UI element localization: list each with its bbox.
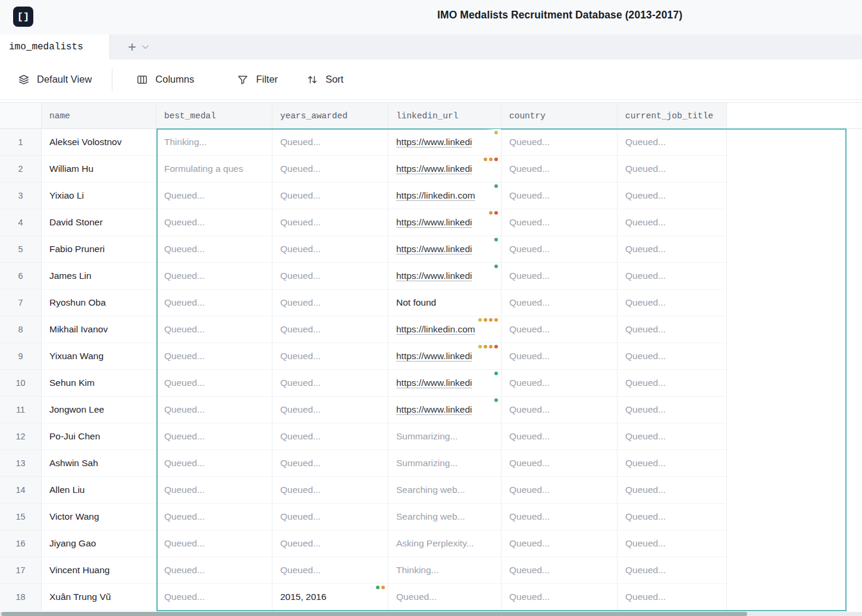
cell-linkedin_url[interactable]: https://www.linkedi: [388, 236, 501, 263]
cell-name[interactable]: Vincent Huang: [42, 557, 156, 584]
cell-best_medal[interactable]: Queued...: [156, 209, 272, 236]
cell-name[interactable]: Sehun Kim: [42, 370, 156, 397]
cell-country[interactable]: Queued...: [501, 477, 617, 504]
cell-current_job_title[interactable]: Queued...: [617, 316, 727, 343]
row-number[interactable]: 8: [0, 316, 42, 343]
cell-years_awarded[interactable]: Queued...: [272, 209, 388, 236]
cell-best_medal[interactable]: Queued...: [156, 183, 272, 209]
cell-years_awarded[interactable]: 2015, 2016: [272, 584, 388, 611]
cell-name[interactable]: Allen Liu: [42, 477, 156, 504]
column-header-years_awarded[interactable]: years_awarded: [272, 103, 388, 128]
cell-linkedin_url[interactable]: https://www.linkedi: [388, 129, 501, 156]
cell-current_job_title[interactable]: Queued...: [617, 129, 727, 156]
cell-current_job_title[interactable]: Queued...: [617, 397, 727, 423]
cell-country[interactable]: Queued...: [501, 236, 617, 263]
cell-best_medal[interactable]: Queued...: [156, 504, 272, 530]
cell-country[interactable]: Queued...: [501, 530, 617, 557]
linkedin-link[interactable]: https://www.linkedi: [396, 244, 472, 254]
cell-country[interactable]: Queued...: [501, 209, 617, 236]
cell-best_medal[interactable]: Queued...: [156, 397, 272, 423]
cell-years_awarded[interactable]: Queued...: [272, 236, 388, 263]
cell-current_job_title[interactable]: Queued...: [617, 477, 727, 504]
cell-name[interactable]: Jongwon Lee: [42, 397, 156, 423]
cell-linkedin_url[interactable]: Summarizing...: [388, 423, 501, 450]
cell-best_medal[interactable]: Thinking...: [156, 129, 272, 156]
linkedin-link[interactable]: https://linkedin.com: [396, 190, 475, 201]
cell-linkedin_url[interactable]: https://www.linkedi: [388, 397, 501, 423]
column-header-best_medal[interactable]: best_medal: [156, 103, 272, 128]
cell-best_medal[interactable]: Queued...: [156, 477, 272, 504]
chevron-down-icon[interactable]: [142, 34, 149, 59]
cell-years_awarded[interactable]: Queued...: [272, 290, 388, 316]
row-number[interactable]: 10: [0, 370, 42, 397]
add-tab-button[interactable]: +: [128, 34, 136, 59]
cell-years_awarded[interactable]: Queued...: [272, 423, 388, 450]
cell-name[interactable]: Ryoshun Oba: [42, 290, 156, 316]
cell-best_medal[interactable]: Queued...: [156, 557, 272, 584]
cell-current_job_title[interactable]: Queued...: [617, 156, 727, 183]
linkedin-link[interactable]: https://www.linkedi: [396, 164, 472, 174]
linkedin-link[interactable]: https://www.linkedi: [396, 271, 472, 281]
cell-years_awarded[interactable]: Queued...: [272, 504, 388, 530]
cell-name[interactable]: Po-Jui Chen: [42, 423, 156, 450]
column-header-current_job_title[interactable]: current_job_title: [617, 103, 727, 128]
cell-country[interactable]: Queued...: [501, 129, 617, 156]
cell-linkedin_url[interactable]: Searching web...: [388, 477, 501, 504]
cell-linkedin_url[interactable]: Not found: [388, 290, 501, 316]
cell-years_awarded[interactable]: Queued...: [272, 129, 388, 156]
horizontal-scrollbar[interactable]: [0, 612, 862, 616]
linkedin-link[interactable]: https://www.linkedi: [396, 404, 472, 415]
cell-linkedin_url[interactable]: Asking Perplexity...: [388, 530, 501, 557]
cell-linkedin_url[interactable]: https://www.linkedi: [388, 370, 501, 397]
cell-name[interactable]: James Lin: [42, 263, 156, 290]
cell-current_job_title[interactable]: Queued...: [617, 450, 727, 477]
cell-best_medal[interactable]: Queued...: [156, 343, 272, 370]
cell-best_medal[interactable]: Queued...: [156, 290, 272, 316]
linkedin-link[interactable]: https://www.linkedi: [396, 378, 472, 388]
cell-country[interactable]: Queued...: [501, 290, 617, 316]
cell-country[interactable]: Queued...: [501, 263, 617, 290]
cell-current_job_title[interactable]: Queued...: [617, 370, 727, 397]
scrollbar-thumb[interactable]: [1, 612, 747, 616]
tab-imo-medalists[interactable]: imo_medalists: [0, 34, 110, 59]
cell-current_job_title[interactable]: Queued...: [617, 263, 727, 290]
cell-country[interactable]: Queued...: [501, 316, 617, 343]
cell-country[interactable]: Queued...: [501, 183, 617, 209]
cell-current_job_title[interactable]: Queued...: [617, 530, 727, 557]
cell-name[interactable]: Yixiao Li: [42, 183, 156, 209]
sort-button[interactable]: Sort: [306, 74, 343, 86]
row-number[interactable]: 1: [0, 129, 42, 156]
row-number[interactable]: 13: [0, 450, 42, 477]
linkedin-link[interactable]: https://www.linkedi: [396, 137, 472, 147]
cell-current_job_title[interactable]: Queued...: [617, 290, 727, 316]
cell-name[interactable]: Aleksei Volostnov: [42, 129, 156, 156]
row-number[interactable]: 17: [0, 557, 42, 584]
cell-country[interactable]: Queued...: [501, 397, 617, 423]
cell-linkedin_url[interactable]: https://linkedin.com: [388, 183, 501, 209]
cell-years_awarded[interactable]: Queued...: [272, 183, 388, 209]
cell-best_medal[interactable]: Queued...: [156, 530, 272, 557]
cell-current_job_title[interactable]: Queued...: [617, 584, 727, 611]
cell-country[interactable]: Queued...: [501, 584, 617, 611]
cell-best_medal[interactable]: Queued...: [156, 236, 272, 263]
column-header-name[interactable]: name: [42, 103, 156, 128]
column-header-country[interactable]: country: [501, 103, 617, 128]
row-number[interactable]: 6: [0, 263, 42, 290]
cell-country[interactable]: Queued...: [501, 450, 617, 477]
row-number[interactable]: 5: [0, 236, 42, 263]
cell-years_awarded[interactable]: Queued...: [272, 263, 388, 290]
cell-name[interactable]: Xuân Trung Vũ: [42, 584, 156, 611]
row-number[interactable]: 12: [0, 423, 42, 450]
row-number[interactable]: 18: [0, 584, 42, 611]
row-number[interactable]: 9: [0, 343, 42, 370]
cell-current_job_title[interactable]: Queued...: [617, 183, 727, 209]
cell-current_job_title[interactable]: Queued...: [617, 423, 727, 450]
cell-country[interactable]: Queued...: [501, 423, 617, 450]
row-number[interactable]: 2: [0, 156, 42, 183]
cell-years_awarded[interactable]: Queued...: [272, 397, 388, 423]
cell-country[interactable]: Queued...: [501, 557, 617, 584]
column-header-linkedin_url[interactable]: linkedin_url: [388, 103, 501, 128]
cell-linkedin_url[interactable]: Searching web...: [388, 504, 501, 530]
cell-best_medal[interactable]: Queued...: [156, 423, 272, 450]
cell-name[interactable]: Mikhail Ivanov: [42, 316, 156, 343]
